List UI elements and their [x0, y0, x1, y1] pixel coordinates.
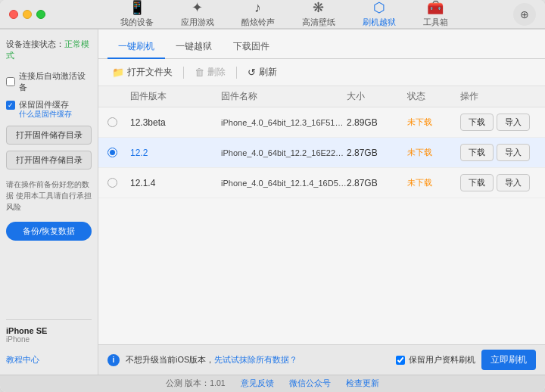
radio-inner — [110, 150, 115, 155]
col-name: 固件名称 — [221, 91, 347, 102]
backup-restore-button[interactable]: 备份/恢复数据 — [6, 222, 92, 241]
nav-tab-wallpapers[interactable]: ❋ 高清壁纸 — [288, 0, 349, 31]
toolbar-divider-1 — [183, 67, 184, 79]
bottom-bar: i 不想升级当前iOS版本，先试试抹除所有数据？ 保留用户资料刷机 立即刷机 — [98, 344, 545, 375]
row2-import-button[interactable]: 导入 — [497, 144, 530, 161]
row2-radio[interactable] — [107, 148, 117, 157]
firmware-table: 固件版本 固件名称 大小 状态 操作 12.3beta iPhone_4.0_6… — [98, 86, 545, 344]
save-userdata-checkbox[interactable]: 保留用户资料刷机 — [396, 354, 475, 366]
traffic-lights — [9, 10, 45, 19]
device-name: iPhone SE — [6, 326, 92, 335]
table-row: 12.1.4 iPhone_4.0_64bit_12.1.4_16D57_Res… — [98, 168, 545, 198]
ringtones-icon: ♪ — [254, 1, 261, 14]
row3-download-button[interactable]: 下载 — [460, 174, 494, 191]
row2-size: 2.87GB — [347, 148, 407, 158]
row3-import-button[interactable]: 导入 — [497, 174, 530, 191]
row1-actions: 下载 导入 — [460, 114, 536, 131]
device-model: iPhone — [6, 335, 92, 344]
col-action: 操作 — [460, 91, 536, 102]
bottom-notice: 不想升级当前iOS版本，先试试抹除所有数据？ — [126, 354, 390, 366]
sub-tab-one-jailbreak[interactable]: 一键越狱 — [165, 36, 223, 59]
info-icon: i — [107, 354, 120, 366]
sub-tab-one-flash[interactable]: 一键刷机 — [107, 36, 165, 59]
footer: 公测 版本：1.01 意见反馈 微信公众号 检查更新 — [0, 375, 545, 392]
row3-name: iPhone_4.0_64bit_12.1.4_16D57_Restore.ip… — [221, 179, 347, 188]
col-select — [107, 91, 130, 102]
col-status: 状态 — [407, 91, 460, 102]
checkbox-checked-icon: ✓ — [6, 101, 15, 110]
auto-activate-checkbox[interactable]: 连接后自动激活设备 — [6, 70, 92, 93]
open-folder-button[interactable]: 📁 打开文件夹 — [107, 64, 177, 81]
row3-radio[interactable] — [107, 178, 117, 188]
nav-tab-my-device[interactable]: 📱 我的设备 — [107, 0, 167, 31]
table-row: 12.3beta iPhone_4.0_64bit_12.3_16F5117h_… — [98, 107, 545, 138]
titlebar: 📱 我的设备 ✦ 应用游戏 ♪ 酷炫铃声 ❋ 高清壁纸 ⬡ 刷机越狱 🧰 工具箱 — [0, 0, 545, 29]
row1-size: 2.89GB — [347, 117, 407, 128]
what-is-firmware-link[interactable]: 什么是固件缓存 — [19, 109, 92, 120]
row3-version: 12.1.4 — [130, 178, 221, 188]
row1-name: iPhone_4.0_64bit_12.3_16F5117h_Restore.i… — [221, 118, 347, 127]
current-device: iPhone SE iPhone — [6, 319, 92, 344]
main-layout: 设备连接状态：正常模式 连接后自动激活设备 ✓ 保留固件缓存 什么是固件缓存 打… — [0, 29, 545, 375]
row1-version: 12.3beta — [130, 117, 221, 128]
nav-tab-app-games-label: 应用游戏 — [181, 17, 214, 28]
wallpapers-icon: ❋ — [313, 1, 324, 14]
minimize-button[interactable] — [23, 10, 32, 19]
nav-tab-app-games[interactable]: ✦ 应用游戏 — [167, 0, 228, 31]
open-firmware-dir-button[interactable]: 打开固件储存目录 — [6, 126, 92, 145]
refresh-label: 刷新 — [259, 66, 277, 79]
connection-label: 设备连接状态： — [6, 39, 64, 48]
row1-status: 未下载 — [407, 117, 460, 128]
sidebar-notice: 请在操作前备份好您的数据 使用本工具请自行承担风险 — [6, 179, 92, 213]
sub-tab-download-firmware[interactable]: 下载固件 — [223, 36, 280, 59]
close-button[interactable] — [9, 10, 18, 19]
wechat-link[interactable]: 微信公众号 — [289, 378, 331, 389]
row2-name: iPhone_4.0_64bit_12.2_16E227_Restore.ips… — [221, 148, 347, 157]
update-link[interactable]: 检查更新 — [346, 378, 379, 389]
auto-activate-label: 连接后自动激活设备 — [19, 70, 92, 93]
auto-activate-input[interactable] — [6, 77, 15, 86]
my-device-icon: 📱 — [129, 1, 145, 14]
save-userdata-input[interactable] — [396, 356, 405, 365]
save-userdata-label: 保留用户资料刷机 — [409, 354, 475, 366]
toolbar: 📁 打开文件夹 🗑 删除 ↺ 刷新 — [98, 59, 545, 86]
row2-download-button[interactable]: 下载 — [460, 144, 494, 161]
nav-tab-toolbox-label: 工具箱 — [423, 17, 448, 28]
folder-icon: 📁 — [112, 67, 124, 78]
nav-tab-flash-jailbreak[interactable]: ⬡ 刷机越狱 — [349, 0, 410, 31]
nav-tab-flash-jailbreak-label: 刷机越狱 — [363, 17, 396, 28]
tutorial-link[interactable]: 教程中心 — [6, 354, 92, 366]
app-games-icon: ✦ — [192, 1, 203, 14]
top-nav: 📱 我的设备 ✦ 应用游戏 ♪ 酷炫铃声 ❋ 高清壁纸 ⬡ 刷机越狱 🧰 工具箱 — [54, 0, 513, 31]
toolbox-icon: 🧰 — [427, 1, 444, 14]
delete-label: 删除 — [207, 66, 226, 79]
download-button[interactable]: ⊕ — [513, 3, 536, 26]
table-row: 12.2 iPhone_4.0_64bit_12.2_16E227_Restor… — [98, 138, 545, 168]
nav-tab-ringtones[interactable]: ♪ 酷炫铃声 — [228, 0, 288, 31]
toolbar-divider-2 — [236, 67, 237, 79]
row1-download-button[interactable]: 下载 — [460, 114, 494, 131]
row3-size: 2.87GB — [347, 178, 407, 188]
content-area: 一键刷机 一键越狱 下载固件 📁 打开文件夹 🗑 删除 ↺ 刷新 — [98, 30, 545, 375]
row1-radio[interactable] — [107, 117, 117, 127]
refresh-button[interactable]: ↺ 刷新 — [243, 64, 282, 81]
delete-icon: 🗑 — [195, 67, 204, 78]
delete-button[interactable]: 🗑 删除 — [190, 64, 230, 81]
row2-status: 未下载 — [407, 147, 460, 158]
flash-button[interactable]: 立即刷机 — [481, 350, 536, 370]
sub-tabs: 一键刷机 一键越狱 下载固件 — [98, 30, 545, 59]
maximize-button[interactable] — [36, 10, 45, 19]
row1-import-button[interactable]: 导入 — [497, 114, 530, 131]
sidebar-spacer — [6, 247, 92, 313]
nav-tab-toolbox[interactable]: 🧰 工具箱 — [410, 0, 462, 31]
connection-status: 设备连接状态：正常模式 — [6, 39, 92, 61]
feedback-link[interactable]: 意见反馈 — [241, 378, 274, 389]
sidebar: 设备连接状态：正常模式 连接后自动激活设备 ✓ 保留固件缓存 什么是固件缓存 打… — [0, 30, 98, 375]
col-size: 大小 — [347, 91, 407, 102]
app-window: 📱 我的设备 ✦ 应用游戏 ♪ 酷炫铃声 ❋ 高清壁纸 ⬡ 刷机越狱 🧰 工具箱 — [0, 0, 545, 392]
flash-jailbreak-icon: ⬡ — [373, 1, 385, 14]
notice-link[interactable]: 先试试抹除所有数据？ — [214, 355, 297, 364]
row3-actions: 下载 导入 — [460, 174, 536, 191]
open-ipsw-dir-button[interactable]: 打开固件存储目录 — [6, 151, 92, 170]
open-folder-label: 打开文件夹 — [127, 66, 173, 79]
